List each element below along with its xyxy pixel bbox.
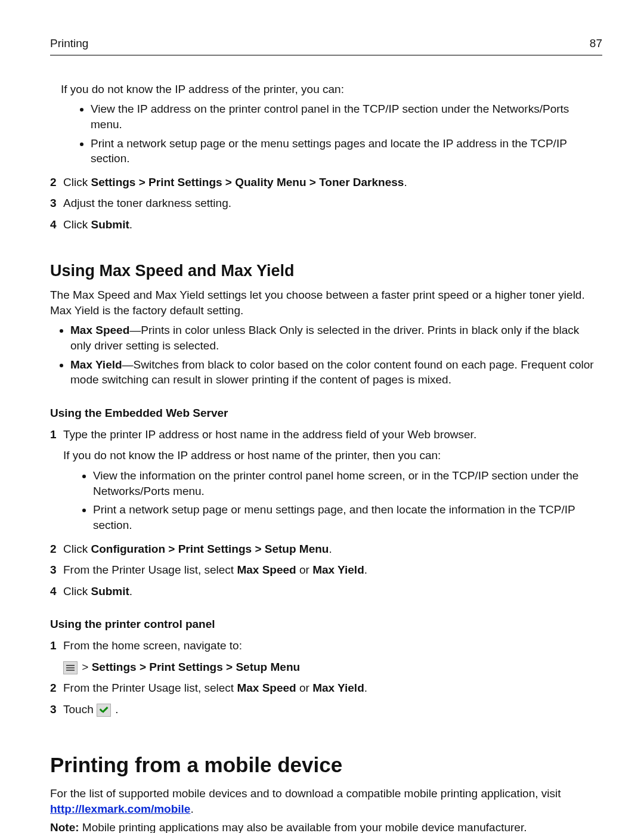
step-2: 2 From the Printer Usage list, select Ma… xyxy=(50,680,602,696)
step-number: 2 xyxy=(50,175,57,190)
step-text: Type the printer IP address or host name… xyxy=(63,428,476,441)
step-text: Click Settings > Print Settings > Qualit… xyxy=(63,176,407,188)
step-text: Click Configuration > Print Settings > S… xyxy=(63,543,332,555)
step-text: Click Submit. xyxy=(63,218,132,231)
step-3: 3 From the Printer Usage list, select Ma… xyxy=(50,562,602,578)
step-text: From the Printer Usage list, select Max … xyxy=(63,682,367,694)
step-text: From the Printer Usage list, select Max … xyxy=(63,563,367,576)
step-1: 1 From the home screen, navigate to: > S… xyxy=(50,638,602,674)
step-text: Touch . xyxy=(63,703,119,716)
step-2: 2 Click Configuration > Print Settings >… xyxy=(50,541,602,557)
step-text: Adjust the toner darkness setting. xyxy=(63,197,231,209)
mobile-printing-intro: For the list of supported mobile devices… xyxy=(50,786,602,816)
list-item: Print a network setup page or menu setti… xyxy=(93,502,602,532)
page-header: Printing 87 xyxy=(50,36,602,55)
step-number: 3 xyxy=(50,196,57,211)
heading-embedded-web-server: Using the Embedded Web Server xyxy=(50,405,602,421)
header-section-title: Printing xyxy=(50,36,88,51)
checkmark-icon xyxy=(97,704,111,717)
list-item: View the IP address on the printer contr… xyxy=(91,101,602,132)
toner-darkness-steps: 2 Click Settings > Print Settings > Qual… xyxy=(50,175,602,233)
heading-mobile-printing: Printing from a mobile device xyxy=(50,751,602,779)
step-4: 4 Click Submit. xyxy=(50,584,602,599)
step-3: 3 Adjust the toner darkness setting. xyxy=(50,196,602,211)
step-4: 4 Click Submit. xyxy=(50,217,602,233)
step-number: 1 xyxy=(50,638,57,654)
list-item: Print a network setup page or the menu s… xyxy=(91,136,602,166)
max-speed-yield-options: Max Speed—Prints in color unless Black O… xyxy=(50,323,602,388)
list-item: View the information on the printer cont… xyxy=(93,468,602,498)
panel-steps: 1 From the home screen, navigate to: > S… xyxy=(50,638,602,717)
step-3: 3 Touch . xyxy=(50,702,602,717)
step-number: 4 xyxy=(50,217,57,233)
step-number: 2 xyxy=(50,541,57,557)
unknown-ip-options: View the IP address on the printer contr… xyxy=(61,101,602,166)
max-speed-yield-description: The Max Speed and Max Yield settings let… xyxy=(50,287,602,318)
list-item: Max Yield—Switches from black to color b… xyxy=(70,357,602,388)
header-page-number: 87 xyxy=(590,36,602,51)
unknown-ip-note: If you do not know the IP address or hos… xyxy=(63,448,602,463)
step-text: From the home screen, navigate to: xyxy=(63,639,242,652)
heading-printer-control-panel: Using the printer control panel xyxy=(50,617,602,632)
step-number: 2 xyxy=(50,680,57,696)
step-text: Click Submit. xyxy=(63,585,132,597)
step-number: 1 xyxy=(50,427,57,442)
list-item: Max Speed—Prints in color unless Black O… xyxy=(70,323,602,353)
step-number: 3 xyxy=(50,562,57,578)
ews-steps: 1 Type the printer IP address or host na… xyxy=(50,427,602,599)
heading-max-speed-yield: Using Max Speed and Max Yield xyxy=(50,260,602,281)
step-2: 2 Click Settings > Print Settings > Qual… xyxy=(50,175,602,190)
unknown-ip-intro: If you do not know the IP address of the… xyxy=(61,82,602,97)
step-1: 1 Type the printer IP address or host na… xyxy=(50,427,602,533)
document-page: Printing 87 If you do not know the IP ad… xyxy=(0,0,644,833)
step-number: 4 xyxy=(50,584,57,599)
unknown-ip-sub-options: View the information on the printer cont… xyxy=(63,468,602,533)
mobile-link[interactable]: http://lexmark.com/mobile xyxy=(50,803,190,815)
mobile-printing-note: Note: Mobile printing applications may a… xyxy=(50,820,602,833)
step-number: 3 xyxy=(50,702,57,717)
menu-icon xyxy=(63,661,78,674)
navigation-path: > Settings > Print Settings > Setup Menu xyxy=(63,659,602,675)
continuation-block: If you do not know the IP address of the… xyxy=(61,82,602,166)
